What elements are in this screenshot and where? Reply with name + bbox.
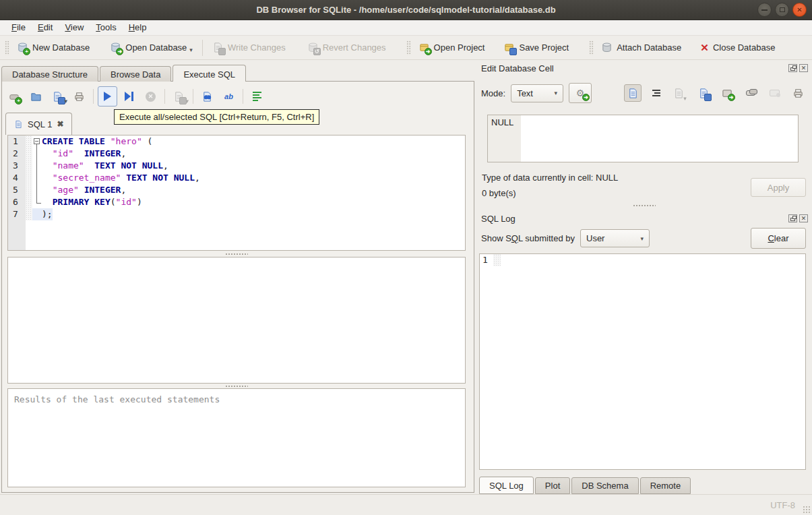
minimize-button[interactable] <box>757 3 772 17</box>
save-project-button[interactable]: Save Project <box>498 38 574 57</box>
close-button[interactable]: ✕ <box>792 3 807 17</box>
toolbar-separator <box>193 89 193 104</box>
stop-execution-button[interactable]: ✕ <box>141 86 160 107</box>
code-line[interactable]: 4 "secret_name" TEXT NOT NULL, <box>8 172 465 184</box>
format-sql-button[interactable] <box>247 86 267 107</box>
dock-close-icon[interactable]: ✕ <box>799 214 808 222</box>
set-null-button[interactable] <box>766 84 783 102</box>
tab-sql-log[interactable]: SQL Log <box>479 477 534 494</box>
toolbar-separator <box>164 89 165 104</box>
revert-changes-icon: ↺ <box>307 42 319 53</box>
sql-code-editor[interactable]: 1CREATE TABLE "hero" (2 "id" INTEGER,3 "… <box>7 135 466 251</box>
sql-log-filter-row: Show SQL submitted by User ▾ Clear <box>481 228 806 249</box>
cell-value: NULL <box>491 117 513 127</box>
cell-mode-row: Mode: Text ▾ ⚙ ➜ <box>481 83 592 103</box>
editor-splitter[interactable] <box>7 252 466 256</box>
chevron-down-icon: ▾ <box>555 90 558 96</box>
tab-plot[interactable]: Plot <box>535 477 570 494</box>
maximize-button[interactable] <box>775 3 789 17</box>
close-database-button[interactable]: ✕ Close Database <box>695 38 780 57</box>
code-line[interactable]: 5 "age" INTEGER, <box>8 184 465 196</box>
tab-db-schema[interactable]: DB Schema <box>571 477 638 494</box>
cell-value-editor[interactable]: NULL <box>487 115 799 162</box>
save-results-icon <box>173 91 185 102</box>
code-line[interactable]: 2 "id" INTEGER, <box>8 148 465 160</box>
sql-document-icon <box>14 119 23 129</box>
sql-log-dock-header[interactable]: SQL Log ✕ <box>476 212 812 225</box>
submitted-by-select[interactable]: User ▾ <box>580 229 650 247</box>
execute-line-icon <box>125 92 131 101</box>
tab-database-structure[interactable]: Database Structure <box>1 66 98 82</box>
sql-document-tab[interactable]: SQL 1 ✖ <box>5 113 72 135</box>
resize-grip[interactable] <box>803 506 811 514</box>
menu-view[interactable]: View <box>59 20 90 35</box>
new-database-button[interactable]: + New Database <box>11 38 95 57</box>
print-sql-button[interactable] <box>69 86 89 107</box>
code-line[interactable]: 1CREATE TABLE "hero" ( <box>8 135 465 148</box>
code-line[interactable]: 3 "name" TEXT NOT NULL, <box>8 160 465 172</box>
text-mode-button[interactable] <box>624 84 642 102</box>
save-file-dropdown-icon[interactable]: ▾ <box>64 98 67 104</box>
open-project-button[interactable]: ➜ Open Project <box>413 38 491 57</box>
tab-execute-sql[interactable]: Execute SQL <box>173 65 246 82</box>
open-database-button[interactable]: ➜ Open Database ▾ <box>104 38 198 57</box>
word-wrap-button[interactable] <box>648 84 665 102</box>
find-replace-button[interactable] <box>197 86 217 107</box>
sql-log-view[interactable]: 1 <box>479 253 806 470</box>
apply-button[interactable]: Apply <box>751 178 806 197</box>
cell-type-info: Type of data currently in cell: NULL <box>482 173 618 183</box>
dock-float-icon[interactable] <box>788 64 797 72</box>
code-line[interactable]: 6 PRIMARY KEY("id") <box>8 196 465 208</box>
auto-switch-mode-button[interactable]: ⚙ ➜ <box>569 83 592 103</box>
menu-file[interactable]: File <box>5 20 32 35</box>
mode-select[interactable]: Text ▾ <box>511 84 563 102</box>
tab-remote[interactable]: Remote <box>640 477 691 494</box>
save-project-icon <box>503 42 515 53</box>
export-data-button[interactable] <box>695 84 712 102</box>
attach-database-button[interactable]: Attach Database <box>596 38 687 57</box>
execute-all-button[interactable] <box>98 86 117 107</box>
revert-changes-button[interactable]: ↺ Revert Changes <box>302 38 392 57</box>
code-lines: 1CREATE TABLE "hero" (2 "id" INTEGER,3 "… <box>8 135 465 220</box>
copy-link-button[interactable] <box>742 84 759 102</box>
open-database-dropdown-icon[interactable]: ▾ <box>189 47 193 53</box>
dock-splitter[interactable] <box>476 203 812 208</box>
text-document-icon <box>627 88 639 99</box>
tab-browse-data[interactable]: Browse Data <box>100 66 171 82</box>
dock-close-icon[interactable]: ✕ <box>799 64 808 72</box>
right-dock-area: Edit Database Cell ✕ Mode: Text ▾ ⚙ ➜ <box>476 60 812 494</box>
window-title: DB Browser for SQLite - /home/user/code/… <box>0 0 812 20</box>
open-in-external-button[interactable]: ➜ <box>718 84 736 102</box>
attach-database-icon <box>601 42 613 53</box>
main-toolbar: + New Database ➜ Open Database ▾ Write C… <box>0 36 812 60</box>
menu-help[interactable]: Help <box>123 20 153 35</box>
edit-cell-dock-header[interactable]: Edit Database Cell ✕ <box>476 61 812 75</box>
close-icon: ✕ <box>797 6 802 13</box>
import-data-button[interactable]: ▾ <box>671 84 689 102</box>
sql-editor-toolbar: + ▾ ✕ ▾ <box>5 85 267 108</box>
menu-tools[interactable]: Tools <box>90 20 122 35</box>
code-line[interactable]: 7); <box>8 208 465 220</box>
menu-edit[interactable]: Edit <box>32 20 59 35</box>
write-changes-button[interactable]: Write Changes <box>207 38 291 57</box>
save-sql-file-button[interactable]: ▾ <box>48 86 67 107</box>
toolbar-drag-handle[interactable] <box>589 40 594 55</box>
clear-log-button[interactable]: Clear <box>751 228 806 249</box>
dock-float-icon[interactable] <box>788 214 797 222</box>
open-sql-file-button[interactable] <box>26 86 46 107</box>
submitted-by-value: User <box>586 233 604 243</box>
encoding-indicator[interactable]: UTF-8 <box>770 500 795 510</box>
toolbar-drag-handle[interactable] <box>406 40 411 55</box>
auto-completion-button[interactable]: ab <box>219 86 239 107</box>
save-results-button[interactable]: ▾ <box>169 86 189 107</box>
results-message-pane[interactable]: Results of the last executed statements <box>7 388 466 487</box>
toolbar-drag-handle[interactable] <box>5 40 9 55</box>
link-icon <box>746 90 755 96</box>
bottom-tab-bar: SQL Log Plot DB Schema Remote <box>479 476 692 494</box>
title-bar[interactable]: DB Browser for SQLite - /home/user/code/… <box>0 0 812 20</box>
print-cell-button[interactable] <box>789 84 807 102</box>
results-grid-pane[interactable] <box>7 257 466 384</box>
execute-line-button[interactable] <box>119 86 139 107</box>
close-tab-icon[interactable]: ✖ <box>57 119 63 129</box>
new-sql-tab-button[interactable]: + <box>5 86 24 107</box>
